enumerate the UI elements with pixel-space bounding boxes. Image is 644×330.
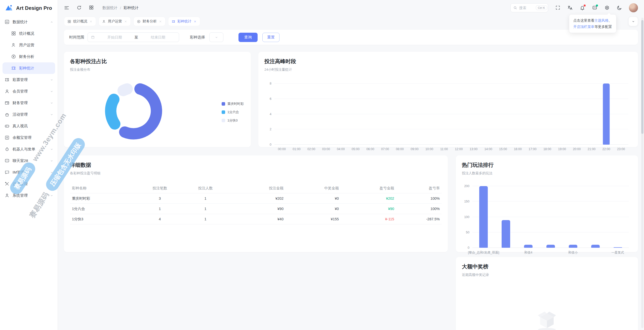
quick-nav-button[interactable] bbox=[89, 5, 94, 11]
donut-chart-title: 各彩种投注占比 bbox=[70, 58, 245, 65]
sidebar-item-label: 聊天室28 bbox=[13, 158, 28, 163]
y-axis-label: 4 bbox=[270, 112, 271, 116]
fullscreen-button[interactable] bbox=[555, 5, 560, 11]
x-axis-label: 14:00 bbox=[484, 147, 492, 151]
sidebar-item[interactable]: 用户运营 bbox=[0, 39, 58, 51]
dark-mode-button[interactable] bbox=[617, 5, 622, 11]
legend-item[interactable]: 1分六合 bbox=[222, 110, 244, 114]
date-range-input[interactable]: 至 bbox=[88, 32, 179, 42]
table-cell: ¥0 bbox=[284, 207, 339, 211]
tooltip-punct: 、 bbox=[609, 18, 612, 22]
donut-slice-重庆时时彩 bbox=[125, 89, 156, 134]
y-axis-label: 0 bbox=[270, 143, 271, 146]
big-win-card: 大额中奖榜 近期高额中奖记录 bbox=[456, 257, 638, 330]
legend-item[interactable]: 1分快3 bbox=[222, 118, 244, 123]
close-icon[interactable] bbox=[124, 20, 127, 23]
wallet-icon bbox=[5, 100, 10, 105]
topbar-menu-link[interactable]: 开启顶栏菜单 bbox=[573, 25, 594, 29]
sidebar-item[interactable]: 聊天室28 bbox=[0, 155, 58, 167]
close-icon[interactable] bbox=[89, 20, 93, 23]
sidebar-item[interactable]: 机器人与发单 bbox=[0, 143, 58, 155]
reset-button[interactable]: 重置 bbox=[262, 33, 279, 42]
start-date-input[interactable] bbox=[97, 35, 133, 39]
moon-icon bbox=[617, 5, 622, 11]
scrollbar-thumb[interactable] bbox=[641, 20, 643, 134]
x-axis-label: 22:00 bbox=[602, 147, 610, 151]
legend-item[interactable]: 重庆时时彩 bbox=[222, 102, 244, 106]
tab-label: 统计概况 bbox=[73, 19, 87, 24]
sidebar-item-label: 财务分析 bbox=[19, 54, 34, 59]
date-to-label: 至 bbox=[135, 35, 138, 40]
sidebar-item-label: 系统管理 bbox=[13, 193, 28, 198]
tab-统计概况[interactable]: 统计概况 bbox=[64, 17, 96, 26]
sidebar-item[interactable]: 彩种统计 bbox=[3, 62, 55, 74]
end-date-input[interactable] bbox=[140, 35, 176, 39]
chevron-down-icon bbox=[50, 78, 54, 82]
sidebar-item[interactable]: 彩票管理 bbox=[0, 74, 58, 86]
sidebar-item[interactable]: 统计概况 bbox=[0, 28, 58, 39]
notifications-button[interactable] bbox=[580, 5, 585, 11]
table-title: 详细数据 bbox=[70, 161, 442, 169]
x-axis-label: 05:00 bbox=[352, 147, 359, 151]
tab-actions-button[interactable] bbox=[628, 17, 638, 26]
app-logo[interactable]: Art Design Pro bbox=[0, 0, 58, 16]
sidebar-item[interactable]: 系统管理 bbox=[0, 190, 58, 201]
peak-bar-chart: 0246800:0001:0002:0003:0004:0005:0006:00… bbox=[274, 84, 628, 145]
big-win-title: 大额中奖榜 bbox=[462, 263, 632, 270]
sidebar-item-label: 机器人与发单 bbox=[13, 147, 35, 152]
lottery-select[interactable] bbox=[209, 32, 223, 42]
x-axis-label: [整合_总和/龙虎_双面] bbox=[468, 251, 499, 255]
yen-circle-icon bbox=[11, 54, 16, 59]
sidebar-item[interactable]: 活动管理 bbox=[0, 109, 58, 120]
sidebar-item[interactable]: 真人视讯 bbox=[0, 120, 58, 132]
table-header-row: 彩种名称投注笔数投注人数投注金额中奖金额盈亏金额盈亏率 bbox=[70, 183, 442, 193]
members-icon bbox=[5, 89, 10, 94]
sidebar-item-label: 运维管理 bbox=[13, 182, 28, 186]
global-search[interactable]: Ctrl K bbox=[510, 3, 548, 12]
calendar-icon bbox=[91, 35, 95, 39]
search-input[interactable] bbox=[519, 6, 534, 10]
yen-square-icon bbox=[5, 135, 10, 140]
table-header-cell: 中奖金额 bbox=[284, 186, 339, 191]
chevron-down-icon bbox=[50, 171, 54, 174]
sidebar-item[interactable]: 数据统计 bbox=[0, 16, 58, 28]
sidebar-item[interactable]: 财务分析 bbox=[0, 51, 58, 62]
donut-slice-1分快3 bbox=[123, 89, 127, 91]
translate-button[interactable] bbox=[567, 5, 573, 11]
close-icon[interactable] bbox=[193, 20, 197, 23]
tooltip-text: 点击这里查看 bbox=[573, 18, 594, 22]
sidebar-item[interactable]: IM管理 bbox=[0, 167, 58, 178]
scrollbar-track[interactable] bbox=[641, 18, 643, 328]
table-cell: ¥155 bbox=[284, 217, 339, 221]
sidebar-item[interactable]: 余额宝管理 bbox=[0, 132, 58, 143]
x-axis-label: 和值小 bbox=[568, 251, 578, 255]
sidebar-item[interactable]: 会员管理 bbox=[0, 86, 58, 97]
x-axis-label: 19:00 bbox=[558, 147, 566, 151]
user-avatar[interactable] bbox=[629, 3, 638, 12]
bar-和值小 bbox=[569, 245, 577, 248]
table-subtitle: 各彩种投注盈亏明细 bbox=[70, 171, 442, 176]
gridline bbox=[274, 114, 628, 114]
sidebar-item[interactable]: 财务管理 bbox=[0, 97, 58, 109]
x-axis-label: 18:00 bbox=[543, 147, 551, 151]
chevron-down-icon bbox=[50, 101, 54, 105]
close-icon[interactable] bbox=[159, 20, 162, 23]
tab-财务分析[interactable]: 财务分析 bbox=[133, 17, 166, 26]
collapse-sidebar-button[interactable] bbox=[64, 5, 69, 11]
tab-彩种统计[interactable]: 彩种统计 bbox=[168, 17, 200, 26]
yen-circle-icon bbox=[137, 20, 141, 23]
y-axis-label: 0 bbox=[468, 246, 469, 250]
theme-style-link[interactable]: 主题风格 bbox=[594, 18, 609, 22]
query-button[interactable]: 查询 bbox=[238, 33, 258, 42]
tab-label: 用户运营 bbox=[108, 19, 122, 24]
tab-用户运营[interactable]: 用户运营 bbox=[99, 17, 131, 26]
settings-button[interactable] bbox=[604, 5, 610, 11]
gear-icon bbox=[604, 5, 610, 11]
messages-button[interactable] bbox=[592, 5, 597, 11]
chevron-down-icon bbox=[631, 20, 635, 23]
breadcrumb-parent[interactable]: 数据统计 bbox=[102, 6, 117, 10]
sidebar-item[interactable]: 运维管理 bbox=[0, 178, 58, 190]
y-axis-label: 2 bbox=[270, 128, 271, 131]
refresh-button[interactable] bbox=[76, 5, 82, 11]
x-axis-label: 12:00 bbox=[455, 147, 463, 151]
